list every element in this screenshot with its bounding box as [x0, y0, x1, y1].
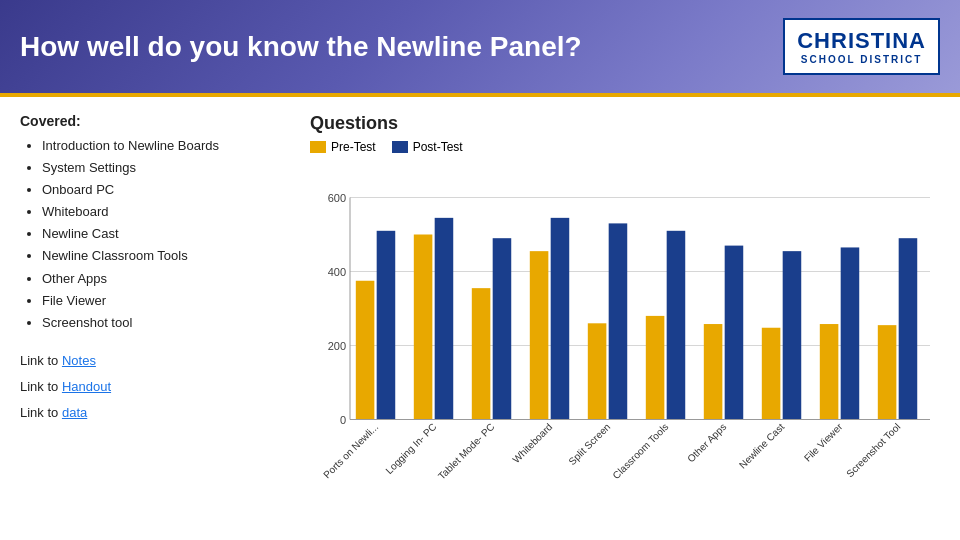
link-handout[interactable]: Handout	[62, 379, 111, 394]
svg-text:Tablet Mode- PC: Tablet Mode- PC	[436, 421, 496, 481]
svg-text:Logging In- PC: Logging In- PC	[383, 421, 438, 476]
svg-rect-11	[414, 235, 433, 420]
svg-rect-9	[377, 231, 396, 420]
svg-text:Other Apps: Other Apps	[685, 421, 728, 464]
logo-line1: CHRISTINA	[797, 28, 926, 54]
svg-rect-35	[878, 325, 897, 419]
svg-rect-15	[493, 238, 512, 419]
svg-rect-36	[899, 238, 918, 419]
svg-rect-26	[704, 324, 723, 419]
svg-text:200: 200	[328, 340, 346, 352]
logo-line2: SCHOOL DISTRICT	[801, 54, 922, 65]
svg-rect-8	[356, 281, 375, 420]
svg-rect-27	[725, 246, 744, 420]
svg-rect-21	[609, 223, 628, 419]
svg-text:Ports on Newli...: Ports on Newli...	[321, 421, 380, 480]
link-handout-line: Link to Handout	[20, 374, 300, 400]
svg-text:600: 600	[328, 192, 346, 204]
link-notes[interactable]: Notes	[62, 353, 96, 368]
chart-area: 0200400600Ports on Newli...Logging In- P…	[310, 162, 940, 527]
main-content: Covered: Introduction to Newline Boards …	[0, 97, 960, 540]
left-column: Covered: Introduction to Newline Boards …	[20, 113, 300, 527]
header: How well do you know the Newline Panel? …	[0, 0, 960, 97]
links-section: Link to Notes Link to Handout Link to da…	[20, 348, 300, 426]
svg-text:400: 400	[328, 266, 346, 278]
svg-text:Whiteboard: Whiteboard	[510, 421, 554, 465]
svg-text:Newline Cast: Newline Cast	[737, 421, 787, 471]
link-data[interactable]: data	[62, 405, 87, 420]
legend-post-test: Post-Test	[392, 140, 463, 154]
link-handout-prefix: Link to	[20, 379, 62, 394]
bullet-list: Introduction to Newline Boards System Se…	[20, 135, 300, 334]
svg-rect-18	[551, 218, 570, 420]
link-data-line: Link to data	[20, 400, 300, 426]
svg-rect-33	[841, 247, 860, 419]
bar-chart-svg: 0200400600Ports on Newli...Logging In- P…	[310, 162, 940, 527]
svg-rect-20	[588, 323, 607, 419]
list-item: Newline Classroom Tools	[42, 245, 300, 267]
svg-rect-32	[820, 324, 839, 419]
list-item: Introduction to Newline Boards	[42, 135, 300, 157]
list-item: Whiteboard	[42, 201, 300, 223]
page-title: How well do you know the Newline Panel?	[20, 31, 783, 63]
svg-rect-23	[646, 316, 665, 420]
svg-rect-29	[762, 328, 781, 420]
legend-pre-color	[310, 141, 326, 153]
link-data-prefix: Link to	[20, 405, 62, 420]
right-column: Questions Pre-Test Post-Test 0200400600P…	[310, 113, 940, 527]
list-item: Onboard PC	[42, 179, 300, 201]
svg-rect-24	[667, 231, 686, 420]
svg-text:Split Screen: Split Screen	[567, 421, 613, 467]
list-item: Screenshot tool	[42, 312, 300, 334]
covered-label: Covered:	[20, 113, 300, 129]
chart-title: Questions	[310, 113, 940, 134]
link-notes-line: Link to Notes	[20, 348, 300, 374]
list-item: Newline Cast	[42, 223, 300, 245]
legend-post-label: Post-Test	[413, 140, 463, 154]
svg-rect-17	[530, 251, 549, 419]
svg-text:Screenshot Tool: Screenshot Tool	[844, 421, 902, 479]
list-item: System Settings	[42, 157, 300, 179]
svg-rect-14	[472, 288, 491, 419]
list-item: Other Apps	[42, 268, 300, 290]
legend-pre-label: Pre-Test	[331, 140, 376, 154]
link-notes-prefix: Link to	[20, 353, 62, 368]
svg-text:File Viewer: File Viewer	[802, 421, 845, 464]
chart-legend: Pre-Test Post-Test	[310, 140, 940, 154]
legend-pre-test: Pre-Test	[310, 140, 376, 154]
list-item: File Viewer	[42, 290, 300, 312]
logo: CHRISTINA SCHOOL DISTRICT	[783, 18, 940, 75]
legend-post-color	[392, 141, 408, 153]
svg-rect-12	[435, 218, 454, 420]
svg-text:Classroom Tools: Classroom Tools	[610, 421, 670, 481]
svg-text:0: 0	[340, 414, 346, 426]
svg-rect-30	[783, 251, 802, 419]
